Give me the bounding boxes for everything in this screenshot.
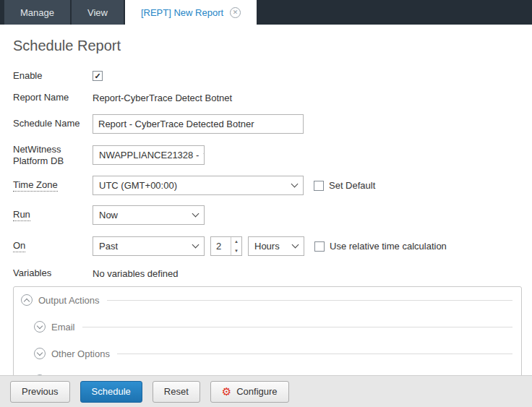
on-unit-select[interactable]: Hours	[248, 236, 304, 256]
schedule-name-label: Schedule Name	[13, 118, 93, 129]
expand-circle-icon[interactable]	[34, 348, 46, 359]
set-default-checkbox[interactable]	[314, 181, 324, 191]
enable-row: Enable ✓	[13, 70, 522, 82]
previous-button-label: Previous	[22, 386, 59, 397]
tab-view-label: View	[87, 7, 108, 18]
tab-bar: Manage View [REPT] New Report ✕	[0, 0, 532, 25]
on-label: On	[13, 240, 25, 252]
set-default-label: Set Default	[329, 180, 375, 191]
relative-time-label: Use relative time calculation	[330, 241, 447, 252]
enable-checkbox[interactable]: ✓	[93, 71, 103, 81]
collapse-circle-icon[interactable]	[21, 294, 33, 306]
time-zone-label: Time Zone	[13, 179, 58, 192]
divider	[117, 354, 512, 354]
tab-view[interactable]: View	[72, 0, 124, 25]
output-actions-panel: Output Actions Email Other Options Dynam…	[13, 286, 522, 375]
chevron-down-icon	[292, 241, 299, 249]
schedule-name-input[interactable]	[93, 114, 304, 134]
time-zone-row: Time Zone UTC (GMT+00:00) Set Default	[13, 176, 522, 195]
output-actions-label: Output Actions	[38, 295, 100, 306]
chevron-down-icon	[37, 323, 43, 329]
tab-new-report[interactable]: [REPT] New Report ✕	[125, 0, 257, 25]
platform-db-value: NWAPPLIANCE21328 -	[99, 150, 199, 160]
platform-db-label: NetWitness Platform DB	[13, 144, 93, 168]
expand-circle-icon[interactable]	[34, 321, 46, 333]
chevron-down-icon	[291, 181, 299, 188]
email-label: Email	[51, 322, 75, 333]
reset-button-label: Reset	[164, 386, 189, 397]
reset-button[interactable]: Reset	[153, 381, 200, 403]
run-row: Run Now	[13, 205, 522, 225]
time-zone-select[interactable]: UTC (GMT+00:00)	[93, 176, 304, 195]
on-count-value: 2	[211, 237, 231, 255]
on-range-value: Past	[99, 241, 118, 252]
close-tab-icon[interactable]: ✕	[230, 7, 241, 18]
report-name-value: Report-CyberTrace Detect Botnet	[93, 93, 232, 103]
tab-manage-label: Manage	[20, 7, 54, 18]
footer-toolbar: Previous Schedule Reset ⚙ Configure	[0, 375, 532, 407]
email-header[interactable]: Email	[34, 321, 512, 333]
enable-label: Enable	[13, 70, 93, 82]
tab-manage[interactable]: Manage	[4, 0, 70, 25]
run-value: Now	[99, 210, 118, 220]
report-name-label: Report Name	[13, 92, 93, 103]
divider	[82, 327, 512, 327]
previous-button[interactable]: Previous	[10, 381, 70, 403]
stepper-down-icon[interactable]: ▼	[231, 247, 241, 256]
other-options-header[interactable]: Other Options	[34, 348, 512, 359]
on-count-stepper[interactable]: 2 ▲ ▼	[210, 236, 242, 256]
chevron-down-icon	[192, 210, 200, 218]
tab-new-report-label: [REPT] New Report	[141, 7, 223, 18]
variables-value: No variables defined	[93, 268, 179, 279]
other-options-label: Other Options	[51, 348, 110, 359]
divider	[107, 300, 512, 301]
schedule-report-panel: Schedule Report Enable ✓ Report Name Rep…	[0, 25, 532, 375]
configure-button-label: Configure	[236, 386, 277, 397]
variables-row: Variables No variables defined	[13, 267, 522, 279]
output-actions-header[interactable]: Output Actions	[21, 294, 512, 306]
time-zone-value: UTC (GMT+00:00)	[99, 180, 177, 191]
stepper-up-icon[interactable]: ▲	[231, 237, 241, 247]
relative-time-checkbox[interactable]	[314, 241, 325, 252]
chevron-down-icon	[204, 150, 205, 158]
chevron-down-icon	[37, 350, 43, 356]
variables-label: Variables	[13, 267, 93, 279]
report-name-row: Report Name Report-CyberTrace Detect Bot…	[13, 92, 522, 103]
configure-button[interactable]: ⚙ Configure	[210, 381, 289, 403]
platform-db-row: NetWitness Platform DB NWAPPLIANCE21328 …	[13, 144, 522, 168]
schedule-name-row: Schedule Name	[13, 114, 522, 134]
on-range-select[interactable]: Past	[93, 236, 205, 256]
schedule-button[interactable]: Schedule	[80, 381, 142, 403]
on-unit-value: Hours	[254, 241, 280, 252]
gear-icon: ⚙	[222, 386, 231, 397]
run-select[interactable]: Now	[93, 205, 205, 225]
platform-db-select[interactable]: NWAPPLIANCE21328 -	[93, 145, 205, 165]
run-label: Run	[13, 209, 30, 221]
on-row: On Past 2 ▲ ▼ Hours Use relative time ca…	[13, 236, 522, 256]
page-title: Schedule Report	[13, 38, 522, 54]
chevron-down-icon	[192, 241, 200, 249]
chevron-up-icon	[24, 299, 30, 304]
schedule-button-label: Schedule	[92, 386, 131, 397]
